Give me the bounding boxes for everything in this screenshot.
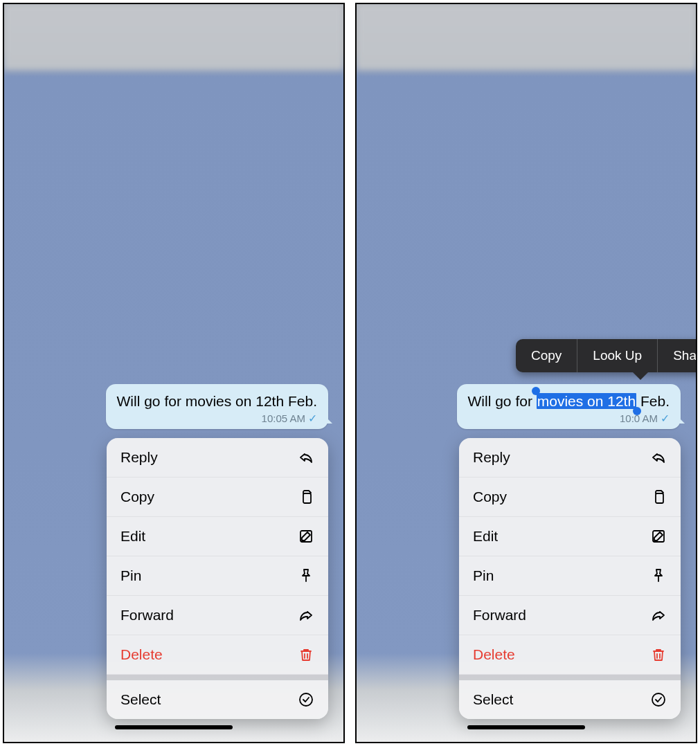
square-pencil-icon [650,528,667,545]
message-text-suffix: Feb. [636,393,670,409]
check-circle-icon [298,691,314,708]
svg-point-5 [652,693,665,706]
share-arrow-icon [650,607,667,624]
menu-select-label: Select [120,691,161,708]
svg-point-2 [300,693,312,706]
reply-arrow-icon [650,449,667,466]
menu-reply-label: Reply [473,449,510,466]
trash-icon [650,646,667,663]
pin-icon [298,567,314,584]
message-text: Will go for movies on 12th Feb. [468,392,670,410]
menu-delete[interactable]: Delete [459,635,681,675]
menu-pin[interactable]: Pin [459,556,681,596]
menu-pin-label: Pin [120,567,141,584]
home-indicator[interactable] [467,725,585,729]
message-text-prefix: Will go for [468,393,537,409]
message-time: 10:05 AM [262,412,305,424]
menu-copy[interactable]: Copy [107,477,328,517]
message-text: Will go for movies on 12th Feb. [117,392,317,410]
pin-icon [650,567,667,584]
menu-select-label: Select [473,691,513,708]
blurred-header [4,4,343,70]
menu-delete[interactable]: Delete [107,635,328,675]
menu-delete-label: Delete [120,646,163,663]
blurred-header [357,4,696,70]
message-meta: 10:05 AM ✓ [117,412,317,425]
share-arrow-icon [298,607,314,624]
callout-lookup[interactable]: Look Up [577,339,658,372]
menu-edit-label: Edit [473,528,498,545]
menu-edit-label: Edit [120,528,145,545]
reply-arrow-icon [298,449,314,466]
menu-forward-label: Forward [473,607,526,624]
text-selection[interactable]: movies on 12th [537,393,636,409]
text-selection-callout: Copy Look Up Share [516,339,697,372]
menu-separator [459,675,681,680]
check-circle-icon [650,691,667,708]
menu-reply-label: Reply [120,449,158,466]
context-menu: Reply Copy Edit Pin [107,438,328,719]
menu-forward-label: Forward [120,607,174,624]
menu-edit[interactable]: Edit [107,517,328,556]
menu-copy[interactable]: Copy [459,477,681,517]
menu-forward[interactable]: Forward [459,596,681,635]
trash-icon [298,646,314,663]
svg-rect-3 [656,493,663,503]
menu-copy-label: Copy [120,489,154,505]
menu-reply[interactable]: Reply [459,438,681,477]
checkmark-icon: ✓ [308,412,317,425]
menu-delete-label: Delete [473,646,515,663]
screenshot-left: Will go for movies on 12th Feb. 10:05 AM… [3,3,345,743]
callout-share[interactable]: Share [658,339,697,372]
screenshot-right: Copy Look Up Share Will go for movies on… [355,3,697,743]
menu-separator [107,675,328,680]
menu-pin-label: Pin [473,567,494,584]
message-bubble[interactable]: Will go for movies on 12th Feb. 10:0 AM … [457,384,681,429]
home-indicator[interactable] [115,725,233,729]
message-bubble[interactable]: Will go for movies on 12th Feb. 10:05 AM… [106,384,328,429]
menu-select[interactable]: Select [459,680,681,719]
menu-edit[interactable]: Edit [459,517,681,556]
menu-reply[interactable]: Reply [107,438,328,477]
callout-copy[interactable]: Copy [516,339,577,372]
menu-select[interactable]: Select [107,680,328,719]
documents-icon [650,489,667,505]
documents-icon [298,489,314,505]
square-pencil-icon [298,528,314,545]
svg-rect-0 [303,493,311,503]
menu-forward[interactable]: Forward [107,596,328,635]
menu-copy-label: Copy [473,489,507,505]
context-menu: Reply Copy Edit Pin [459,438,681,719]
menu-pin[interactable]: Pin [107,556,328,596]
checkmark-icon: ✓ [661,412,670,425]
